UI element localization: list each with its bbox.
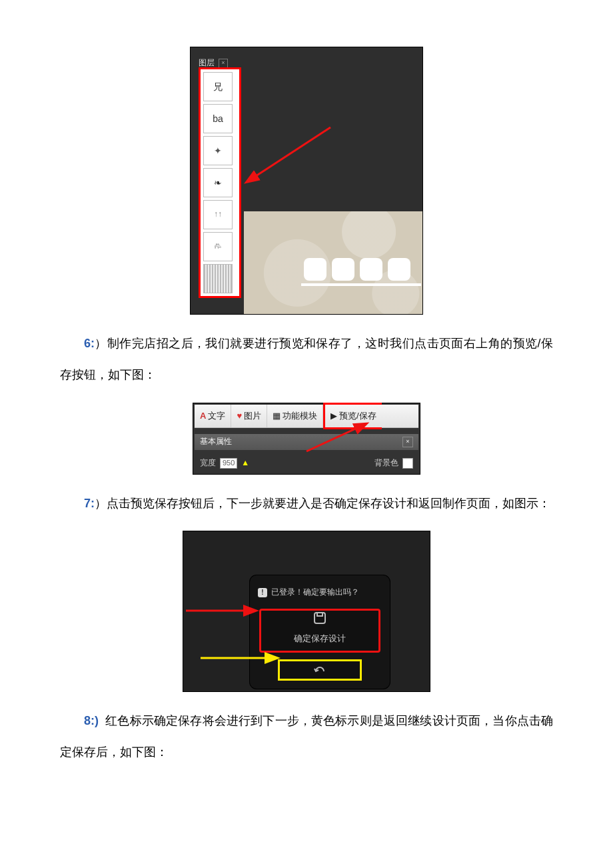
image-button-label: 图片: [244, 405, 261, 427]
layer-thumb-horse[interactable]: [203, 232, 233, 261]
annotation-arrow-yellow: [201, 651, 274, 665]
module-button[interactable]: ▦功能模块: [267, 405, 323, 427]
properties-title: 基本属性: [200, 431, 232, 452]
annotation-arrow-red: [186, 603, 253, 618]
layer-thumb-leaf[interactable]: [203, 168, 233, 197]
square-icon: [332, 258, 354, 281]
svg-rect-3: [317, 613, 322, 616]
step-number: 8:): [84, 714, 99, 727]
bgcolor-label: 背景色: [374, 453, 398, 473]
dialog-title: ! 已登录！确定要输出吗？: [250, 582, 390, 608]
square-icon: [304, 258, 326, 281]
play-icon: ▶: [330, 405, 337, 427]
width-input[interactable]: 950: [220, 458, 237, 469]
annotation-arrow-red: [251, 127, 330, 181]
layer-thumb-2[interactable]: ba: [203, 104, 233, 133]
confirm-save-label: 确定保存设计: [294, 627, 346, 650]
design-canvas: [244, 211, 422, 314]
step-text: ）点击预览保存按钮后，下一步就要进入是否确定保存设计和返回制作页面，如图示：: [95, 497, 550, 510]
layer-thumb-1[interactable]: 兄: [203, 72, 233, 101]
save-dialog-screenshot: ! 已登录！确定要输出吗？ 确定保存设计: [183, 531, 430, 692]
layer-thumbnails: 兄 ba: [199, 67, 241, 298]
step-8-paragraph: 8:) 红色标示确定保存将会进行到下一步，黄色标示则是返回继续设计页面，当你点击…: [60, 705, 553, 768]
return-icon: [312, 665, 328, 675]
toolbar-screenshot: A文字 ♥图片 ▦功能模块 ▶预览/保存 基本属性 × 宽度 950 ▲ 背景色: [193, 403, 420, 475]
width-label: 宽度: [200, 453, 216, 473]
preview-save-button[interactable]: ▶预览/保存: [323, 403, 382, 429]
color-swatch[interactable]: [402, 458, 413, 469]
image-button[interactable]: ♥图片: [231, 405, 267, 427]
layers-panel-screenshot: 图层 × 兄 ba: [190, 47, 423, 315]
return-button[interactable]: [278, 659, 362, 681]
svg-rect-2: [314, 613, 325, 623]
layer-thumb-texture[interactable]: [203, 264, 233, 293]
module-icon: ▦: [273, 405, 281, 427]
square-icon: [360, 258, 382, 281]
layer-thumb-star[interactable]: [203, 136, 233, 165]
close-icon[interactable]: ×: [402, 437, 413, 447]
confirm-save-button[interactable]: 确定保存设计: [259, 609, 380, 653]
close-icon[interactable]: ×: [219, 59, 228, 68]
step-text: ）制作完店招之后，我们就要进行预览和保存了，这时我们点击页面右上角的预览/保存按…: [60, 337, 553, 381]
heart-icon: ♥: [237, 405, 242, 427]
toolbar: A文字 ♥图片 ▦功能模块 ▶预览/保存: [195, 405, 418, 428]
layer-thumb-arrows[interactable]: [203, 200, 233, 229]
module-button-label: 功能模块: [283, 405, 317, 427]
underline-icon: [301, 283, 421, 286]
step-6-paragraph: 6:）制作完店招之后，我们就要进行预览和保存了，这时我们点击页面右上角的预览/保…: [60, 328, 553, 391]
preview-save-label: 预览/保存: [339, 405, 376, 427]
dialog-title-text: 已登录！确定要输出吗？: [271, 582, 359, 603]
annotation-arrow-red: [306, 426, 366, 451]
canvas-squares: [304, 258, 410, 281]
svg-line-1: [306, 427, 358, 451]
step-number: 7:: [84, 497, 95, 510]
step-7-paragraph: 7:）点击预览保存按钮后，下一步就要进入是否确定保存设计和返回制作页面，如图示：: [60, 488, 553, 519]
text-button-label: 文字: [208, 405, 225, 427]
save-icon: [312, 611, 327, 625]
square-icon: [388, 258, 410, 281]
warning-icon: ▲: [241, 453, 249, 473]
step-number: 6:: [84, 337, 95, 350]
exclamation-icon: !: [258, 588, 267, 597]
properties-row: 宽度 950 ▲ 背景色: [195, 455, 418, 471]
step-text: 红色标示确定保存将会进行到下一步，黄色标示则是返回继续设计页面，当你点击确定保存…: [60, 714, 553, 759]
svg-line-0: [254, 127, 330, 177]
text-button[interactable]: A文字: [195, 405, 231, 427]
confirm-dialog: ! 已登录！确定要输出吗？ 确定保存设计: [250, 575, 390, 688]
